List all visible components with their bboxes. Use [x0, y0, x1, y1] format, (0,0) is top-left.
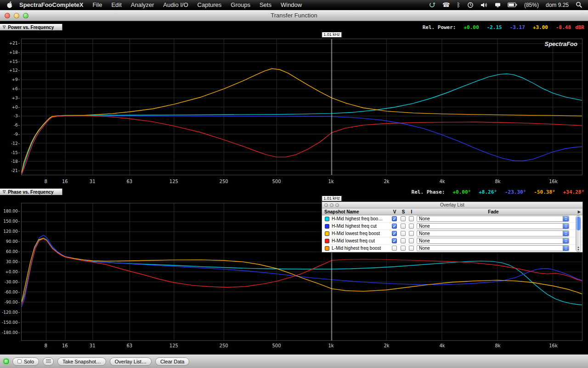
y-tick-label: 150.00 [3, 219, 20, 224]
trace-h-mid-lowest-freq-cut [22, 116, 582, 174]
v-checkbox[interactable] [392, 246, 397, 251]
fade-select[interactable]: None▲▼ [417, 230, 569, 236]
overlay-close-button[interactable] [324, 203, 328, 207]
menu-analyzer[interactable]: Analyzer [126, 0, 159, 10]
scrollbar-arrows[interactable]: ▲ ▼ [576, 246, 581, 251]
scrollbar-thumb[interactable] [576, 217, 581, 230]
i-checkbox[interactable] [409, 224, 414, 229]
i-checkbox[interactable] [409, 216, 414, 221]
window-title-bar[interactable]: Transfer Function [0, 10, 588, 21]
x-tick-label: 250 [220, 343, 228, 348]
menu-edit[interactable]: Edit [107, 0, 126, 10]
disclosure-triangle-icon[interactable]: ▽ [3, 25, 6, 29]
fade-select[interactable]: None▲▼ [417, 245, 569, 251]
active-indicator-led[interactable] [4, 359, 9, 364]
solo-checkbox[interactable] [17, 359, 22, 363]
menu-clock[interactable]: dom 9.25 [546, 2, 569, 8]
battery-icon[interactable] [508, 0, 517, 10]
spotlight-icon[interactable] [576, 0, 582, 10]
power-panel-label[interactable]: ▽ Power vs. Frequency [0, 24, 62, 30]
sync-menu-icon[interactable] [429, 0, 435, 10]
list-icon [46, 359, 51, 363]
close-button[interactable] [5, 13, 10, 18]
x-tick-label: 1k [328, 343, 334, 348]
stepper-icon[interactable]: ▲▼ [563, 224, 569, 229]
fade-select[interactable]: None▲▼ [417, 216, 569, 222]
v-checkbox[interactable]: ✓ [392, 231, 397, 236]
overlay-zoom-button[interactable] [335, 203, 339, 207]
scroll-right-icon[interactable]: ▶ [578, 210, 581, 214]
x-tick-label: 31 [90, 179, 96, 184]
fade-value: None [419, 216, 430, 221]
power-x-axis: 81631631252505001k2k4k8k16k [21, 179, 582, 184]
solo-button[interactable]: Solo [12, 357, 39, 366]
take-snapshot-button[interactable]: Take Snapshot… [57, 357, 106, 366]
column-snapshot-name[interactable]: Snapshot Name [324, 209, 359, 214]
snapshot-list-button[interactable] [43, 357, 54, 366]
s-checkbox[interactable] [401, 238, 406, 243]
y-tick-label: -18 [11, 159, 20, 164]
overlay-list-button[interactable]: Overlay List… [110, 357, 152, 366]
fade-select[interactable]: None▲▼ [417, 223, 569, 229]
overlay-row-h-mid-lowest-freq-cut: H-Mid lowest freq cut✓None▲▼ [322, 237, 582, 245]
y-tick-label: -180.00 [2, 330, 20, 335]
x-tick-label: 500 [272, 343, 281, 348]
i-checkbox[interactable] [409, 238, 414, 243]
column-visible[interactable]: V [391, 209, 398, 214]
minimize-button[interactable] [14, 13, 19, 18]
x-tick-label: 8 [45, 179, 47, 184]
overlay-minimize-button[interactable] [330, 203, 334, 207]
fade-select[interactable]: None▲▼ [417, 238, 569, 244]
menu-window[interactable]: Window [276, 0, 306, 10]
volume-menu-icon[interactable] [481, 0, 488, 10]
overlay-header-row: Snapshot Name V S I Fade ▶ [322, 208, 582, 215]
display-menu-icon[interactable] [495, 0, 501, 10]
overlay-list-window[interactable]: Overlay List Snapshot Name V S I Fade ▶ … [322, 201, 583, 253]
column-invert[interactable]: I [408, 209, 415, 214]
s-checkbox[interactable] [401, 231, 406, 236]
stepper-icon[interactable]: ▲▼ [563, 238, 569, 243]
stepper-icon[interactable]: ▲▼ [563, 231, 569, 236]
power-panel-header: ▽ Power vs. Frequency Rel. Power:+0.00-2… [0, 24, 588, 30]
v-checkbox[interactable]: ✓ [392, 224, 397, 229]
s-checkbox[interactable] [401, 216, 406, 221]
y-tick-label: +6 [11, 86, 20, 91]
scroll-down-icon[interactable]: ▼ [576, 248, 581, 251]
s-checkbox[interactable] [401, 224, 406, 229]
stepper-icon[interactable]: ▲▼ [563, 216, 569, 221]
overlay-scrollbar[interactable]: ▲ ▼ [576, 215, 581, 252]
i-checkbox[interactable] [409, 246, 414, 251]
battery-percent[interactable]: (85%) [524, 2, 539, 8]
readout-value-4: +34.28° [563, 189, 584, 195]
phase-panel-label[interactable]: ▽ Phase vs. Frequency [0, 189, 62, 195]
i-checkbox[interactable] [409, 231, 414, 236]
clear-data-button[interactable]: Clear Data [155, 357, 190, 366]
menu-groups[interactable]: Groups [226, 0, 255, 10]
y-tick-label: +9 [11, 77, 20, 82]
menu-captures[interactable]: Captures [193, 0, 226, 10]
menu-audio-i-o[interactable]: Audio I/O [158, 0, 192, 10]
time-machine-menu-icon[interactable] [467, 0, 474, 10]
menu-sets[interactable]: Sets [255, 0, 276, 10]
zoom-button[interactable] [23, 13, 28, 18]
disclosure-triangle-icon[interactable]: ▽ [3, 190, 6, 194]
column-fade[interactable]: Fade [418, 209, 569, 214]
stepper-icon[interactable]: ▲▼ [563, 246, 569, 251]
v-checkbox[interactable]: ✓ [392, 238, 397, 243]
snapshot-color-swatch [325, 239, 329, 243]
snapshot-name: H-Mid lowest freq boost [332, 231, 380, 236]
bluetooth-menu-icon[interactable]: ᛒ [457, 0, 460, 10]
readout-value-2: -23.30° [505, 189, 526, 195]
menu-spectrafoocompletex[interactable]: SpectraFooCompleteX [17, 0, 88, 10]
overlay-title-bar[interactable]: Overlay List [322, 202, 582, 208]
x-tick-label: 63 [126, 179, 132, 184]
apple-menu[interactable] [0, 0, 17, 10]
s-checkbox[interactable] [401, 246, 406, 251]
v-checkbox[interactable]: ✓ [392, 216, 397, 221]
modem-menu-icon[interactable]: ☎ [442, 0, 450, 10]
menu-file[interactable]: File [88, 0, 107, 10]
power-plot[interactable]: SpectraFoo [21, 39, 582, 175]
y-tick-label: -9 [14, 132, 20, 137]
column-solo[interactable]: S [400, 209, 407, 214]
window-controls [5, 13, 28, 18]
